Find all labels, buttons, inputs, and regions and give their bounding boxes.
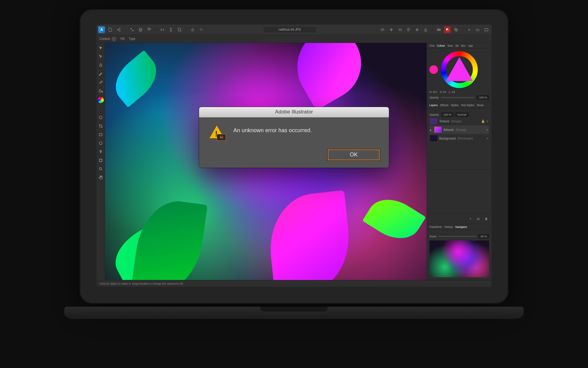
- tab-effects[interactable]: Effects: [440, 104, 448, 107]
- align-center-h-icon[interactable]: [388, 26, 395, 33]
- tab-stroke[interactable]: Str: [455, 44, 459, 47]
- layer-opacity-value[interactable]: 100 %: [441, 113, 454, 117]
- svg-point-18: [99, 142, 102, 144]
- crop-tool[interactable]: [98, 123, 104, 129]
- laptop-hinge-notch: [260, 307, 328, 312]
- visibility-icon[interactable]: ✓: [486, 128, 488, 132]
- svg-point-2: [119, 30, 120, 31]
- visibility-icon[interactable]: ✓: [486, 137, 488, 140]
- svg-point-0: [119, 28, 120, 29]
- layer-row[interactable]: Background (Rectangle) ✓: [429, 134, 489, 143]
- layer-thumb-icon: [430, 118, 437, 124]
- node-tool[interactable]: [98, 54, 104, 59]
- ok-button[interactable]: OK: [328, 149, 380, 160]
- flip-v-icon[interactable]: [168, 26, 174, 33]
- layer-row[interactable]: ▸ Artwork (Group) ✓: [429, 125, 489, 134]
- tab-appearance[interactable]: App: [468, 44, 473, 47]
- opacity-label: Opacity: [429, 96, 439, 99]
- context-swatch-icon[interactable]: [112, 37, 116, 41]
- tab-brushes[interactable]: Bru: [461, 44, 466, 47]
- navigator-panel-tabs: Transform History Navigator: [427, 224, 492, 230]
- align-bottom-icon[interactable]: [422, 26, 429, 33]
- tab-styles[interactable]: Styles: [451, 104, 458, 107]
- navigator-thumbnail[interactable]: [429, 240, 489, 277]
- boolean-subtract-icon[interactable]: [444, 26, 451, 33]
- tab-layers[interactable]: Layers: [429, 104, 438, 107]
- camera-dot: [292, 17, 296, 20]
- hand-tool[interactable]: [98, 175, 104, 180]
- move-tool[interactable]: [98, 45, 104, 51]
- ellipse-tool[interactable]: [98, 140, 104, 146]
- cloud-icon[interactable]: [474, 26, 481, 33]
- brush-tool[interactable]: [98, 80, 104, 85]
- zoom-tool[interactable]: [98, 166, 104, 172]
- visibility-icon[interactable]: ✓: [486, 120, 488, 123]
- shape-tool[interactable]: [98, 132, 104, 137]
- gradient-tool[interactable]: [98, 106, 104, 112]
- settings-icon[interactable]: [146, 26, 153, 33]
- zoom-value[interactable]: 80 %: [478, 234, 489, 239]
- pencil-tool[interactable]: [98, 71, 104, 77]
- svg-rect-11: [447, 29, 449, 31]
- dialog-title: Adobe Illustrator: [199, 107, 389, 117]
- tab-cha[interactable]: Cha: [429, 44, 435, 47]
- s-value: S: 91: [440, 90, 447, 94]
- distribute-h-icon[interactable]: [435, 26, 442, 33]
- layer-row[interactable]: Texture (Image) 🔒 ✓: [429, 117, 489, 125]
- align-top-icon[interactable]: [405, 26, 412, 33]
- svg-rect-19: [99, 159, 102, 162]
- layer-type: (Group): [456, 128, 466, 132]
- layer-blend-value[interactable]: Normal: [455, 113, 469, 117]
- align-left-icon[interactable]: [379, 26, 386, 33]
- lock-icon[interactable]: 🔒: [481, 120, 485, 123]
- text-tool[interactable]: [98, 149, 104, 155]
- view-mode-icon[interactable]: [483, 26, 490, 33]
- tab-stock[interactable]: Stock: [477, 104, 484, 107]
- color-picker-tool[interactable]: [98, 97, 104, 103]
- svg-rect-7: [437, 29, 438, 31]
- expand-icon[interactable]: ▸: [430, 128, 432, 132]
- fill-label: Fill: [120, 37, 124, 40]
- status-hint: Click an object to select it. Drag handl…: [100, 282, 184, 285]
- svg-rect-9: [440, 29, 440, 31]
- current-color-swatch[interactable]: [429, 65, 438, 74]
- app-logo[interactable]: A: [98, 26, 105, 33]
- flip-h-icon[interactable]: [159, 26, 166, 33]
- color-wheel[interactable]: [441, 51, 478, 88]
- warning-icon: ! Ai: [209, 125, 226, 142]
- file-icon[interactable]: [107, 26, 114, 33]
- zoom-slider[interactable]: [438, 236, 477, 237]
- selection-mode-icon[interactable]: [129, 26, 135, 33]
- align-center-v-icon[interactable]: [414, 26, 420, 33]
- tab-colour[interactable]: Colour: [437, 44, 445, 47]
- lock-icon[interactable]: [189, 26, 196, 33]
- layer-thumb-icon: [434, 127, 442, 133]
- snap-icon[interactable]: [198, 26, 205, 33]
- pen-tool[interactable]: [98, 63, 104, 68]
- svg-point-20: [99, 167, 101, 170]
- tab-navigator[interactable]: Navigator: [455, 225, 467, 228]
- transparency-tool[interactable]: [98, 115, 104, 120]
- right-panels: Cha Colour Swa Str Bru App: [427, 43, 492, 280]
- fill-tool[interactable]: [98, 88, 104, 94]
- align-right-icon[interactable]: [397, 26, 403, 33]
- opacity-value[interactable]: 100 %: [477, 95, 489, 100]
- add-layer-icon[interactable]: ＋: [468, 216, 473, 221]
- svg-point-16: [99, 116, 102, 119]
- tab-transform[interactable]: Transform: [429, 225, 442, 228]
- share-icon[interactable]: [115, 26, 122, 33]
- tab-text-styles[interactable]: Text Styles: [461, 104, 474, 107]
- insert-icon[interactable]: [466, 26, 473, 33]
- tab-swatches[interactable]: Swa: [447, 44, 453, 47]
- artboard-tool[interactable]: [98, 158, 104, 163]
- arrange-icon[interactable]: [453, 26, 459, 33]
- layers-mode-icon[interactable]: [137, 26, 144, 33]
- rotate-icon[interactable]: [176, 26, 183, 33]
- navigator-panel: Zoom 80 %: [427, 230, 492, 280]
- tab-history[interactable]: History: [444, 225, 453, 228]
- opacity-slider[interactable]: [441, 97, 475, 98]
- ai-badge-icon: Ai: [217, 134, 226, 141]
- delete-icon[interactable]: 🗑: [484, 216, 489, 221]
- svg-rect-3: [130, 28, 132, 29]
- folder-icon[interactable]: 🗀: [476, 216, 481, 221]
